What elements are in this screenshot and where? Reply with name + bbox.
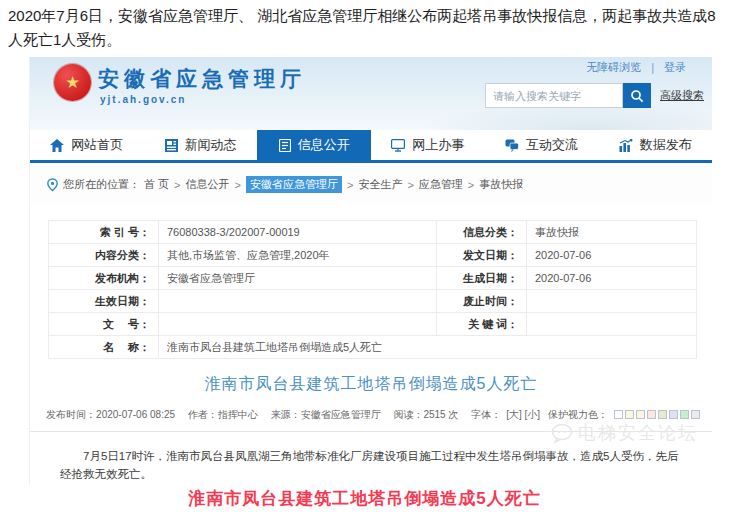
eye-color-swatch[interactable] (691, 410, 700, 419)
effective-date-label: 生效日期： (49, 290, 159, 313)
site-url: yjt.ah.gov.cn (100, 94, 186, 105)
keywords-value (527, 313, 697, 336)
eye-color-swatch[interactable] (614, 410, 623, 419)
table-row: 生效日期： 废止时间： (49, 290, 697, 313)
chart-icon (619, 139, 633, 152)
eye-color-swatch[interactable] (669, 410, 678, 419)
news-icon (165, 139, 178, 152)
info-category-label: 信息分类： (437, 221, 527, 244)
effective-date-value (159, 290, 437, 313)
info-category-value: 事故快报 (527, 221, 697, 244)
search-bar: 高级搜索 (485, 83, 704, 108)
table-row: 索 引 号： 76080338-3/202007-00019 信息分类： 事故快… (49, 221, 697, 244)
publisher-value: 安徽省应急管理厅 (159, 267, 437, 290)
nav-label: 网上办事 (412, 136, 464, 154)
breadcrumb-separator: > (407, 179, 413, 191)
intro-paragraph: 2020年7月6日，安徽省应急管理厅、 湖北省应急管理厅相继公布两起塔吊事故快报… (8, 4, 722, 52)
content-category-label: 内容分类： (49, 244, 159, 267)
article-body: 7月5日17时许，淮南市凤台县凤凰湖三角地带标准化厂房建设项目施工过程中发生塔吊… (60, 447, 686, 483)
repeal-date-value (527, 290, 697, 313)
breadcrumb-info-disclosure[interactable]: 信息公开 (186, 177, 230, 192)
monitor-icon (391, 139, 405, 152)
content-divider (30, 431, 712, 432)
author: 作者：指挥中心 (188, 409, 258, 420)
doc-number-label: 文 号： (49, 313, 159, 336)
nav-label: 网站首页 (71, 136, 123, 154)
publish-time: 发布时间：2020-07-06 08:25 (46, 409, 175, 420)
top-links-divider: ｜ (647, 60, 658, 75)
breadcrumb-separator: > (347, 179, 353, 191)
website-screenshot: ★ 安徽省应急管理厅 yjt.ah.gov.cn 无障碍浏览 ｜ 登录 高级搜索… (30, 57, 712, 485)
accessibility-link[interactable]: 无障碍浏览 (586, 60, 641, 75)
nav-item-home[interactable]: 网站首页 (30, 130, 144, 160)
create-date-value: 2020-07-06 (527, 267, 697, 290)
breadcrumb-emergency-mgmt[interactable]: 应急管理 (419, 177, 463, 192)
name-value: 淮南市凤台县建筑工地塔吊倒塌造成5人死亡 (159, 336, 697, 359)
name-label: 名 称： (49, 336, 159, 359)
watermark-text: 电梯安全论坛 (578, 421, 698, 445)
eye-color-swatches (613, 409, 701, 420)
chat-icon (505, 139, 519, 152)
document-icon (279, 139, 291, 152)
login-link[interactable]: 登录 (664, 60, 686, 75)
national-emblem-logo: ★ (54, 64, 91, 101)
font-size-label: 字体： (471, 409, 501, 420)
nav-item-data-release[interactable]: 数据发布 (598, 130, 712, 160)
eye-color-swatch[interactable] (647, 410, 656, 419)
eye-color-swatch[interactable] (625, 410, 634, 419)
eye-color-swatch[interactable] (658, 410, 667, 419)
header-top-links: 无障碍浏览 ｜ 登录 (586, 60, 686, 75)
search-icon (630, 89, 644, 103)
watermark: 电梯安全论坛 (551, 421, 698, 445)
doc-number-value (159, 313, 437, 336)
breadcrumb-prefix: 您所在的位置： (63, 177, 140, 192)
font-smaller-button[interactable]: [小] (525, 409, 541, 420)
location-pin-icon (46, 178, 59, 192)
nav-label: 互动交流 (526, 136, 578, 154)
breadcrumb-separator: > (235, 179, 241, 191)
read-count: 阅读：2515 次 (393, 409, 458, 420)
publisher-label: 发布机构： (49, 267, 159, 290)
advanced-search-link[interactable]: 高级搜索 (660, 88, 704, 103)
breadcrumb-work-safety[interactable]: 安全生产 (358, 177, 402, 192)
index-number-label: 索 引 号： (49, 221, 159, 244)
nav-item-interaction[interactable]: 互动交流 (485, 130, 599, 160)
article-title: 淮南市凤台县建筑工地塔吊倒塌造成5人死亡 (30, 374, 712, 395)
article-meta: 发布时间：2020-07-06 08:25 作者：指挥中心 来源：安徽省应急管理… (30, 408, 712, 422)
search-button[interactable] (623, 83, 651, 108)
breadcrumb: 您所在的位置： 首 页 > 信息公开 > 安徽省应急管理厅 > 安全生产 > 应… (30, 163, 712, 204)
breadcrumb-separator: > (468, 179, 474, 191)
breadcrumb-department-highlighted[interactable]: 安徽省应急管理厅 (246, 176, 342, 193)
nav-label: 新闻动态 (185, 136, 237, 154)
content-category-value: 其他,市场监管、应急管理,2020年 (159, 244, 437, 267)
table-row: 文 号： 关 键 词： (49, 313, 697, 336)
site-title: 安徽省应急管理厅 (98, 65, 306, 93)
star-icon: ★ (65, 74, 80, 91)
issue-date-value: 2020-07-06 (527, 244, 697, 267)
breadcrumb-accident-bulletin[interactable]: 事故快报 (479, 177, 523, 192)
table-row: 内容分类： 其他,市场监管、应急管理,2020年 发文日期： 2020-07-0… (49, 244, 697, 267)
nav-label: 数据发布 (640, 136, 692, 154)
nav-item-news[interactable]: 新闻动态 (144, 130, 258, 160)
create-date-label: 生成日期： (437, 267, 527, 290)
bottom-red-caption: 淮南市凤台县建筑工地塔吊倒塌造成5人死亡 (0, 487, 729, 510)
nav-label: 信息公开 (298, 136, 350, 154)
index-number-value: 76080338-3/202007-00019 (159, 221, 437, 244)
search-input[interactable] (485, 83, 623, 108)
repeal-date-label: 废止时间： (437, 290, 527, 313)
breadcrumb-home[interactable]: 首 页 (144, 177, 169, 192)
source: 来源：安徽省应急管理厅 (271, 409, 381, 420)
eye-color-swatch[interactable] (680, 410, 689, 419)
site-header: ★ 安徽省应急管理厅 yjt.ah.gov.cn 无障碍浏览 ｜ 登录 高级搜索 (30, 57, 712, 130)
speech-bubble-icon (551, 423, 573, 443)
main-nav: 网站首页 新闻动态 信息公开 网上办事 互动交流 数据发布 (30, 130, 712, 163)
font-larger-button[interactable]: [大] (506, 409, 522, 420)
nav-item-online-services[interactable]: 网上办事 (371, 130, 485, 160)
breadcrumb-separator: > (174, 179, 180, 191)
eye-color-swatch[interactable] (636, 410, 645, 419)
table-row: 名 称： 淮南市凤台县建筑工地塔吊倒塌造成5人死亡 (49, 336, 697, 359)
table-row: 发布机构： 安徽省应急管理厅 生成日期： 2020-07-06 (49, 267, 697, 290)
nav-item-info-disclosure[interactable]: 信息公开 (257, 130, 371, 160)
keywords-label: 关 键 词： (437, 313, 527, 336)
issue-date-label: 发文日期： (437, 244, 527, 267)
